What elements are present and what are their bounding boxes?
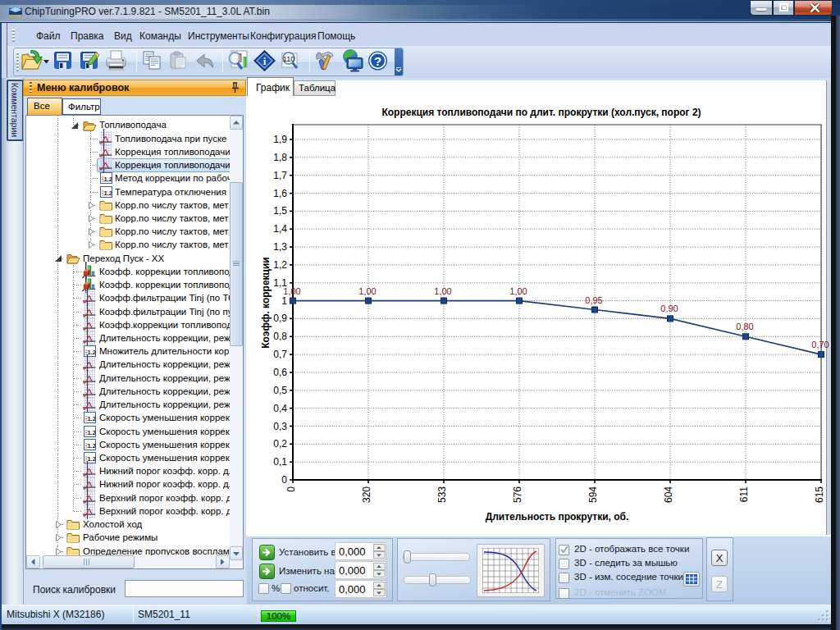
svg-text:Коэфф. коррекции: Коэфф. коррекции [260,257,272,348]
svg-text:0: 0 [285,486,297,492]
svg-text:1.2: 1.2 [87,442,95,450]
svg-text:0,8: 0,8 [273,331,287,342]
svg-text:0,6: 0,6 [273,367,287,378]
svg-text:1.2: 1.2 [87,428,95,436]
svg-text:0,9: 0,9 [273,313,287,324]
svg-text:0,1: 0,1 [273,456,287,468]
svg-text:0: 0 [281,474,287,486]
svg-text:0,7: 0,7 [273,349,287,360]
svg-text:1,4: 1,4 [273,223,287,235]
svg-text:1,00: 1,00 [509,286,527,296]
svg-text:1,8: 1,8 [273,152,287,163]
svg-text:1,2: 1,2 [273,259,287,271]
svg-text:1.2: 1.2 [103,189,112,196]
svg-text:Коррекция топливоподачи по дли: Коррекция топливоподачи по длит. прокрут… [381,107,701,118]
svg-text:1.2: 1.2 [87,455,95,463]
svg-text:0,2: 0,2 [273,438,287,450]
svg-text:0,95: 0,95 [585,295,602,305]
svg-text:1.2: 1.2 [87,415,95,422]
svg-text:1,5: 1,5 [273,205,287,217]
svg-text:1,00: 1,00 [434,286,451,296]
svg-text:615: 615 [814,486,825,503]
svg-text:533: 533 [436,486,448,503]
svg-text:110: 110 [283,55,294,63]
svg-text:i: i [263,55,267,67]
svg-text:1: 1 [281,295,287,307]
svg-text:0,90: 0,90 [660,304,678,313]
svg-text:576: 576 [512,486,523,503]
svg-text:1,9: 1,9 [273,134,287,145]
svg-text:1,00: 1,00 [283,286,300,296]
svg-text:0,80: 0,80 [736,322,753,331]
svg-text:1.2: 1.2 [87,349,95,356]
svg-text:1,00: 1,00 [358,286,376,296]
svg-text:Длительность прокрутки, об.: Длительность прокрутки, об. [486,511,629,523]
svg-text:611: 611 [738,486,750,502]
svg-text:1,6: 1,6 [273,188,287,199]
svg-text:0,5: 0,5 [273,385,287,396]
svg-text:1.2: 1.2 [103,176,112,183]
svg-text:320: 320 [361,486,372,503]
svg-text:0,3: 0,3 [273,421,287,432]
svg-text:604: 604 [663,486,674,503]
svg-text:1,3: 1,3 [273,241,287,253]
svg-text:594: 594 [587,486,599,503]
svg-text:1,7: 1,7 [273,170,287,181]
svg-text:0,4: 0,4 [273,403,287,414]
svg-text:0,70: 0,70 [811,340,829,349]
svg-text:?: ? [374,54,381,68]
